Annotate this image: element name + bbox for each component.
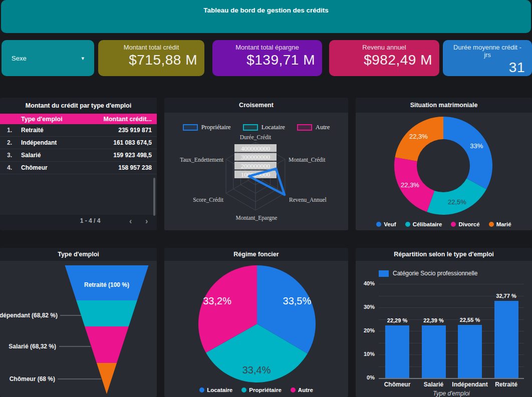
kpi-value: 31	[450, 60, 525, 76]
pie-panel: Régime foncier 33,5%33,4%33,2% Locataire…	[164, 248, 348, 397]
slice-pct-label: 22,5%	[448, 198, 466, 206]
radar-body: Propriétaire Locataire Autre 40000000030…	[164, 113, 348, 230]
donut-legend: Veuf Célibataire Divorcé Marié	[356, 221, 532, 227]
bar-Retraité[interactable]	[494, 301, 518, 378]
bar-legend-item[interactable]: Catégorie Socio professionnelle	[379, 270, 477, 277]
table-panel: Montant du crédit par type d'emploi Type…	[0, 98, 157, 230]
bar-Chômeur[interactable]	[385, 325, 409, 378]
funnel-panel: Type d'emploi Retraité (100 %) Indépenda…	[0, 248, 157, 397]
kpi-value: $982,49 M	[336, 52, 432, 68]
row-amount: 235 919 871	[98, 127, 157, 134]
axis-label-duree-credit: Durée_Crédit	[240, 134, 272, 140]
page-indicator: 1 - 4 / 4	[70, 217, 110, 224]
bar-Indépendant[interactable]	[458, 325, 482, 378]
legend-item-proprietaire[interactable]: Propriétaire	[241, 387, 282, 393]
page-title: Tableau de bord de gestion des crédits	[203, 7, 329, 14]
funnel-body: Retraité (100 %) Indépendant (68,82 %) S…	[0, 261, 157, 397]
amount-column-header[interactable]: Montant crédit...	[98, 116, 157, 123]
header-bar: Tableau de bord de gestion des crédits	[1, 0, 531, 33]
kpi-card-montant-total-credit: Montant total crédit $715,88 M	[98, 40, 204, 76]
legend-item-celibataire[interactable]: Célibataire	[405, 221, 442, 227]
axis-label-score-credit: Score_Crédit	[193, 197, 223, 203]
sexe-slicer[interactable]: Sexe ▾	[2, 40, 94, 76]
legend-dot	[405, 222, 410, 227]
gridline	[379, 284, 524, 284]
donut-panel: Situation matrimoniale 33%22,5%22,3%22,3…	[356, 98, 532, 230]
funnel-label-independant: Indépendant (68,82 %)	[0, 312, 58, 319]
table-row[interactable]: 3. Salarié 159 923 498,5	[0, 149, 157, 162]
slice-pct-label: 22,3%	[401, 181, 419, 189]
pie-legend: Locataire Propriétaire Autre	[164, 387, 348, 393]
legend-label: Marié	[496, 221, 511, 227]
funnel-step-salarie[interactable]	[85, 326, 129, 363]
axis-label-taux-endettement: Taux_Endettement	[180, 157, 223, 163]
table-row[interactable]: 1. Retraité 235 919 871	[0, 124, 157, 137]
x-tick-label: Indépendant	[450, 381, 490, 388]
slice-pct-label: 22,3%	[409, 133, 428, 140]
table-row[interactable]: 4. Chômeur 158 957 238	[0, 162, 157, 174]
legend-item-divorce[interactable]: Divorcé	[451, 221, 479, 227]
radar-panel: Croisement Propriétaire Locataire Autre …	[164, 98, 348, 230]
table-scrollbar[interactable]	[153, 178, 155, 216]
bar-value-label: 22,55 %	[450, 317, 490, 323]
chevron-left-icon[interactable]: ‹	[129, 216, 132, 226]
x-tick-label: Chômeur	[377, 381, 417, 388]
funnel-label-chomeur: Chômeur (68 %)	[10, 375, 55, 382]
radar-chart[interactable]: 400000000300000000200000000100000000 Dur…	[164, 128, 348, 230]
dashboard: Tableau de bord de gestion des crédits S…	[0, 0, 532, 397]
legend-label: Célibataire	[413, 221, 442, 227]
legend-item-locataire[interactable]: Locataire	[199, 387, 232, 393]
row-amount: 159 923 498,5	[98, 152, 157, 159]
legend-dot	[489, 222, 494, 227]
row-type: Salarié	[21, 152, 98, 159]
funnel-label-salarie: Salarié (68,32 %)	[9, 343, 56, 350]
y-tick-label: 20%	[356, 327, 375, 333]
funnel-chart: Retraité (100 %) Indépendant (68,82 %) S…	[0, 261, 157, 397]
bar-panel: Répartition selon le type d'emploi Catég…	[356, 248, 532, 397]
legend-item-veuf[interactable]: Veuf	[376, 221, 396, 227]
row-type: Chômeur	[21, 164, 98, 171]
legend-dot	[451, 222, 456, 227]
chevron-down-icon[interactable]: ▾	[81, 55, 84, 62]
type-column-header[interactable]: Type d'emploi	[21, 116, 98, 123]
legend-dot	[291, 387, 296, 392]
legend-item-autre[interactable]: Autre	[291, 387, 313, 393]
bar-value-label: 22,29 %	[377, 317, 417, 323]
kpi-label: Montant total crédit	[105, 44, 197, 51]
radar-title: Croisement	[164, 98, 348, 113]
table-pagination: 1 - 4 / 4 ‹ ›	[0, 216, 157, 226]
bar-body: Catégorie Socio professionnelle 0%10%20%…	[356, 261, 532, 397]
legend-label: Propriétaire	[249, 387, 282, 393]
radial-tick-label: 300000000	[241, 153, 271, 161]
y-tick-label: 40%	[356, 280, 375, 286]
kpi-label: Revenu annuel	[336, 44, 432, 51]
legend-label: Catégorie Socio professionnelle	[393, 270, 477, 277]
x-tick-label: Retraité	[486, 381, 526, 388]
slice-Veuf[interactable]	[443, 117, 492, 189]
y-tick-label: 0%	[356, 374, 375, 380]
kpi-card-montant-total-epargne: Montant total épargne $139,71 M	[212, 40, 322, 76]
legend-label: Divorcé	[458, 221, 479, 227]
chevron-right-icon[interactable]: ›	[145, 216, 148, 226]
table-header-row: Type d'emploi Montant crédit...	[0, 114, 157, 124]
table-row[interactable]: 2. Indépendant 161 083 674,5	[0, 137, 157, 149]
legend-item-marie[interactable]: Marié	[489, 221, 511, 227]
table-body: 1. Retraité 235 919 871 2. Indépendant 1…	[0, 124, 157, 215]
bar-value-label: 32,77 %	[486, 293, 526, 299]
y-tick-label: 10%	[356, 351, 375, 357]
funnel-step-independant[interactable]	[76, 300, 137, 326]
donut-body: 33%22,5%22,3%22,3% Veuf Célibataire Divo…	[356, 113, 532, 230]
legend-dot	[241, 387, 246, 392]
x-axis-line	[379, 378, 524, 379]
slice-pct-label: 33,2%	[203, 295, 231, 306]
axis-label-montant-credit: Montant_Crédit	[289, 157, 326, 163]
legend-dot	[199, 387, 204, 392]
y-tick-label: 30%	[356, 304, 375, 310]
slice-pct-label: 33,4%	[242, 364, 271, 375]
kpi-value: $715,88 M	[105, 52, 197, 68]
row-amount: 161 083 674,5	[98, 139, 157, 146]
x-tick-label: Salarié	[414, 381, 454, 388]
bar-Salarié[interactable]	[422, 325, 446, 378]
funnel-step-chomeur[interactable]	[97, 363, 117, 394]
funnel-title: Type d'emploi	[0, 248, 157, 261]
